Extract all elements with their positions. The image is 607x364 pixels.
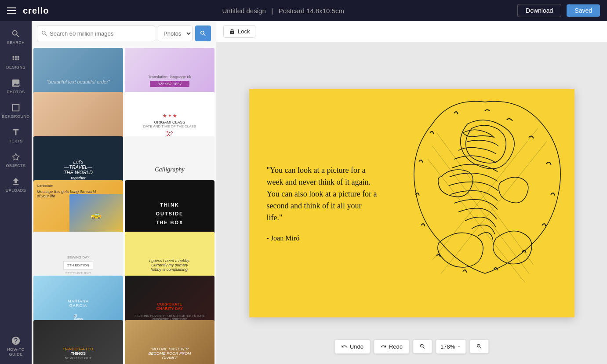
- sidebar-item-background-label: BCKGROUND: [2, 114, 29, 119]
- sidebar-item-texts[interactable]: TEXTS: [0, 123, 32, 148]
- search-submit-button[interactable]: [195, 25, 211, 41]
- search-icon: [11, 29, 21, 39]
- bottom-toolbar: Undo Redo 178%: [334, 336, 489, 357]
- redo-icon: [380, 343, 386, 349]
- sidebar-item-howto-label: HOW-TOGUIDE: [7, 347, 25, 357]
- postcard-design: "You can look at a picture for a week an…: [249, 89, 574, 317]
- zoom-display: 178%: [436, 339, 466, 354]
- download-button[interactable]: Download: [517, 4, 561, 17]
- sidebar: SEARCH DESIGNS PHOTOS BCKGROUND TEXTS OB…: [0, 21, 32, 364]
- sidebar-item-howto[interactable]: HOW-TOGUIDE: [0, 331, 32, 364]
- design-size: Postcard 14.8x10.5cm: [279, 7, 344, 15]
- texts-icon: [11, 127, 21, 137]
- panel-search-icon: [41, 30, 48, 37]
- howto-icon: [11, 336, 21, 346]
- canvas-container[interactable]: "You can look at a picture for a week an…: [216, 42, 607, 364]
- template-card[interactable]: "NO ONE HAS EVERBECOME POOR FROMGIVING" …: [125, 320, 214, 364]
- search-wrapper: [37, 25, 155, 41]
- sidebar-item-objects-label: OBJECTS: [6, 164, 25, 168]
- lock-button[interactable]: Lock: [223, 25, 255, 38]
- sidebar-item-texts-label: TEXTS: [9, 139, 23, 143]
- uploads-icon: [11, 177, 21, 186]
- zoom-out-button[interactable]: [413, 339, 432, 353]
- menu-button[interactable]: [7, 7, 16, 14]
- topbar-left: crello: [7, 6, 49, 16]
- designs-icon: [11, 54, 21, 63]
- search-input[interactable]: [48, 28, 151, 40]
- main-layout: SEARCH DESIGNS PHOTOS BCKGROUND TEXTS OB…: [0, 21, 607, 364]
- template-card[interactable]: HANDCRAFTED THINGS NEVER GO OUT FREE: [33, 320, 123, 364]
- design-title[interactable]: Untitled design: [222, 7, 266, 15]
- sidebar-item-background[interactable]: BCKGROUND: [0, 98, 32, 123]
- postcard-author: - Joan Miró: [267, 234, 378, 242]
- topbar-center: Untitled design | Postcard 14.8x10.5cm: [222, 7, 344, 15]
- zoom-in-icon: [476, 343, 482, 349]
- sidebar-item-uploads[interactable]: UPLOADS: [0, 172, 32, 197]
- objects-icon: [11, 152, 21, 162]
- redo-button[interactable]: Redo: [374, 339, 409, 354]
- topbar-right: Download Saved: [517, 4, 600, 17]
- logo: crello: [23, 6, 49, 16]
- zoom-value: 178%: [440, 343, 455, 350]
- sidebar-item-search[interactable]: SEARCH: [0, 25, 32, 49]
- background-icon: [11, 103, 21, 113]
- zoom-in-button[interactable]: [469, 339, 489, 353]
- scribble-illustration: [396, 89, 574, 317]
- redo-label: Redo: [389, 343, 403, 350]
- templates-grid: "beautiful text beautiful order" FREE Tr…: [32, 46, 216, 364]
- photos-icon: [11, 78, 21, 88]
- sidebar-item-photos[interactable]: PHOTOS: [0, 74, 32, 98]
- undo-label: Undo: [350, 343, 363, 350]
- sidebar-item-search-label: SEARCH: [7, 40, 25, 45]
- zoom-out-icon: [419, 343, 425, 349]
- postcard-text-area: "You can look at a picture for a week an…: [249, 89, 396, 317]
- postcard-quote: "You can look at a picture for a week an…: [267, 164, 378, 224]
- zoom-dropdown-icon: [457, 344, 461, 349]
- sidebar-item-uploads-label: UPLOADS: [6, 188, 26, 193]
- sidebar-item-designs-label: DESIGNS: [6, 65, 25, 69]
- saved-button[interactable]: Saved: [567, 4, 600, 17]
- sidebar-item-photos-label: PHOTOS: [7, 90, 25, 94]
- canvas-toolbar: Lock: [216, 21, 607, 42]
- sidebar-item-objects[interactable]: OBJECTS: [0, 148, 32, 172]
- panel: Photos "beautiful text beautiful order" …: [32, 21, 216, 364]
- lock-icon: [229, 29, 235, 35]
- sidebar-item-designs[interactable]: DESIGNS: [0, 49, 32, 74]
- search-submit-icon: [200, 30, 207, 37]
- photos-filter-select[interactable]: Photos: [158, 25, 193, 41]
- undo-button[interactable]: Undo: [334, 339, 370, 354]
- lock-label: Lock: [238, 28, 250, 35]
- topbar: crello Untitled design | Postcard 14.8x1…: [0, 0, 607, 21]
- search-bar: Photos: [32, 21, 216, 46]
- canvas-area: Lock "You can look at a picture for a we…: [216, 21, 607, 364]
- postcard-illustration: [396, 89, 574, 317]
- undo-icon: [341, 343, 347, 349]
